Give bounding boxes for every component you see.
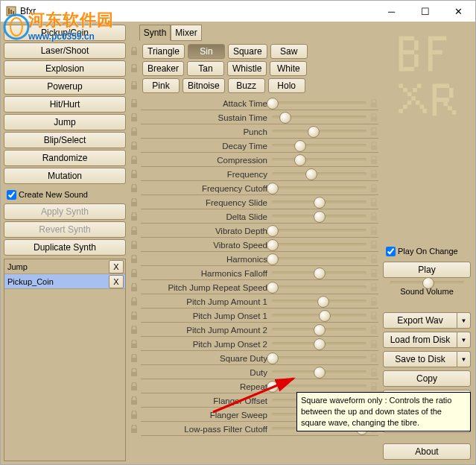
wave-saw-button[interactable]: Saw: [270, 44, 308, 59]
slider-thumb[interactable]: [267, 98, 279, 110]
wave-whistle-button[interactable]: Whistle: [227, 61, 267, 76]
wave-sin-button[interactable]: Sin: [188, 44, 225, 59]
lock-icon[interactable]: [370, 297, 378, 306]
lock-icon[interactable]: [130, 269, 138, 278]
wave-bitnoise-button[interactable]: Bitnoise: [183, 78, 225, 93]
tab-mixer[interactable]: Mixer: [171, 25, 202, 41]
generator-pickup-coin-button[interactable]: Pickup/Coin: [4, 25, 126, 41]
slider-track[interactable]: [272, 271, 366, 276]
generator-hit-hurt-button[interactable]: Hit/Hurt: [4, 96, 126, 113]
slider-thumb[interactable]: [308, 126, 320, 138]
lock-icon[interactable]: [370, 99, 378, 108]
sound-item[interactable]: JumpX: [4, 259, 125, 274]
wave-triangle-button[interactable]: Triangle: [142, 44, 185, 59]
lock-icon[interactable]: [370, 142, 378, 151]
lock-icon[interactable]: [370, 170, 378, 179]
slider-track[interactable]: [272, 385, 366, 389]
tab-synth[interactable]: Synth: [139, 25, 171, 41]
save-to-disk-button[interactable]: Save to Disk▼: [383, 351, 471, 367]
slider-track[interactable]: [272, 172, 366, 177]
wave-tan-button[interactable]: Tan: [187, 61, 224, 76]
wave-buzz-button[interactable]: Buzz: [228, 78, 265, 93]
volume-slider[interactable]: [390, 281, 464, 285]
slider-track[interactable]: [272, 300, 366, 304]
lock-icon[interactable]: [130, 142, 138, 151]
generator-explosion-button[interactable]: Explosion: [4, 60, 126, 77]
slider-thumb[interactable]: [279, 112, 291, 124]
lock-icon[interactable]: [130, 198, 138, 207]
slider-track[interactable]: [272, 101, 366, 106]
lock-icon[interactable]: [130, 241, 138, 250]
lock-icon[interactable]: [130, 382, 138, 391]
slider-track[interactable]: [272, 356, 366, 361]
lock-icon[interactable]: [130, 368, 138, 377]
minimize-button[interactable]: ─: [375, 1, 408, 22]
lock-icon[interactable]: [370, 212, 378, 221]
slider-track[interactable]: [272, 186, 366, 191]
lock-icon[interactable]: [370, 184, 378, 193]
lock-icon[interactable]: [130, 184, 138, 193]
export-wav-button[interactable]: Export Wav▼: [383, 312, 471, 329]
create-new-sound-check[interactable]: Create New Sound: [4, 187, 126, 202]
wave-white-button[interactable]: White: [270, 61, 307, 76]
slider-track[interactable]: [272, 314, 366, 318]
lock-icon[interactable]: [130, 156, 138, 165]
slider-thumb[interactable]: [267, 183, 279, 194]
slider-track[interactable]: [272, 342, 366, 347]
close-button[interactable]: ✕: [442, 1, 475, 22]
lock-icon[interactable]: [370, 340, 378, 349]
slider-thumb[interactable]: [317, 296, 329, 308]
slider-thumb[interactable]: [305, 168, 317, 180]
save-dropdown[interactable]: ▼: [457, 351, 471, 367]
wave-breaker-button[interactable]: Breaker: [142, 61, 184, 76]
generator-mutation-button[interactable]: Mutation: [4, 168, 126, 184]
slider-track[interactable]: [272, 243, 366, 247]
slider-track[interactable]: [272, 257, 366, 262]
slider-thumb[interactable]: [314, 338, 326, 350]
lock-icon[interactable]: [130, 425, 138, 434]
slider-thumb[interactable]: [314, 324, 326, 336]
sound-delete-button[interactable]: X: [109, 275, 124, 288]
lock-icon[interactable]: [130, 411, 138, 420]
copy-button[interactable]: Copy: [383, 370, 471, 387]
generator-laser-shoot-button[interactable]: Laser/Shoot: [4, 42, 126, 59]
slider-thumb[interactable]: [267, 225, 279, 237]
lock-icon[interactable]: [370, 311, 378, 320]
load-from-disk-button[interactable]: Load from Disk▼: [383, 332, 471, 348]
lock-icon[interactable]: [370, 127, 378, 136]
slider-track[interactable]: [272, 328, 366, 332]
play-on-change-check[interactable]: Play On Change: [383, 244, 471, 259]
slider-track[interactable]: [272, 130, 366, 134]
lock-icon[interactable]: [130, 81, 138, 90]
slider-thumb[interactable]: [267, 352, 279, 364]
slider-track[interactable]: [272, 229, 366, 233]
lock-icon[interactable]: [130, 170, 138, 179]
lock-icon[interactable]: [130, 311, 138, 320]
lock-icon[interactable]: [130, 127, 138, 136]
lock-icon[interactable]: [130, 212, 138, 221]
slider-thumb[interactable]: [314, 197, 326, 209]
sound-item[interactable]: Pickup_CoinX: [4, 274, 125, 289]
lock-icon[interactable]: [130, 255, 138, 264]
lock-icon[interactable]: [370, 382, 378, 391]
lock-icon[interactable]: [130, 340, 138, 349]
load-dropdown[interactable]: ▼: [457, 332, 471, 348]
slider-track[interactable]: [272, 215, 366, 219]
play-button[interactable]: Play: [383, 262, 471, 278]
lock-icon[interactable]: [370, 354, 378, 363]
lock-icon[interactable]: [130, 326, 138, 335]
lock-icon[interactable]: [370, 198, 378, 207]
about-button[interactable]: About: [383, 443, 471, 460]
apply-synth-button[interactable]: Apply Synth: [4, 203, 126, 220]
lock-icon[interactable]: [130, 354, 138, 363]
export-wav-dropdown[interactable]: ▼: [457, 312, 471, 329]
slider-thumb[interactable]: [267, 282, 279, 294]
play-on-change-checkbox[interactable]: [386, 247, 396, 256]
slider-thumb[interactable]: [314, 211, 326, 223]
slider-thumb[interactable]: [294, 140, 306, 152]
lock-icon[interactable]: [130, 297, 138, 306]
lock-icon[interactable]: [130, 396, 138, 405]
slider-track[interactable]: [272, 200, 366, 205]
lock-icon[interactable]: [130, 227, 138, 235]
lock-icon[interactable]: [130, 283, 138, 292]
